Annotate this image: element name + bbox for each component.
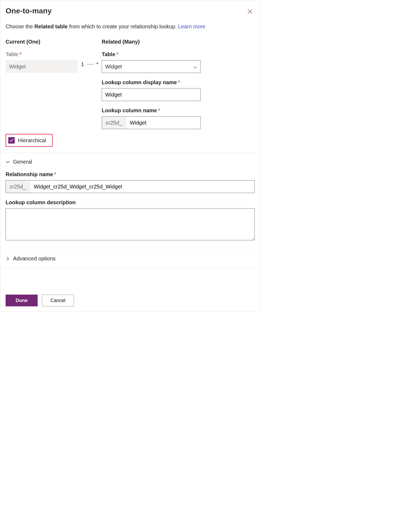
- related-table-label: Table*: [102, 51, 201, 57]
- connector-one: 1: [81, 61, 84, 67]
- relationship-name-prefix: cr25d_: [6, 180, 30, 193]
- required-star: *: [178, 79, 180, 85]
- relationship-name-input[interactable]: [30, 180, 254, 193]
- cardinality-indicator: 1 *: [78, 58, 102, 70]
- lookup-display-input[interactable]: [102, 88, 201, 101]
- required-star: *: [158, 107, 160, 113]
- done-button[interactable]: Done: [6, 295, 38, 306]
- desc-suffix: from which to create your relationship l…: [68, 24, 178, 29]
- related-table-value: Widget: [105, 64, 122, 70]
- lookup-name-prefix: cr25d_: [102, 117, 126, 129]
- related-column: Related (Many) Table* Widget Lookup colu…: [102, 39, 201, 129]
- connector-many: *: [96, 61, 99, 67]
- general-expander[interactable]: General: [6, 159, 32, 165]
- hierarchical-checkbox-row[interactable]: Hierarchical: [6, 134, 53, 147]
- chevron-right-icon: [6, 257, 10, 261]
- chevron-down-icon: [193, 64, 197, 70]
- lookup-desc-textarea[interactable]: [6, 208, 255, 240]
- table-columns-row: Current (One) Table* Widget 1 * Related …: [6, 39, 255, 129]
- current-table-label: Table*: [6, 51, 78, 57]
- relationship-name-input-wrap: cr25d_: [6, 180, 255, 193]
- check-icon: [9, 138, 14, 142]
- related-heading: Related (Many): [102, 39, 201, 45]
- connector-dash-icon: [87, 64, 94, 64]
- desc-bold: Related table: [34, 24, 68, 29]
- lookup-name-input-wrap: cr25d_: [102, 116, 201, 129]
- advanced-expander[interactable]: Advanced options: [6, 256, 56, 262]
- related-table-select[interactable]: Widget: [102, 60, 201, 73]
- hierarchical-label: Hierarchical: [18, 137, 46, 144]
- lookup-desc-label: Lookup column description: [6, 199, 255, 206]
- lookup-name-input[interactable]: [126, 117, 201, 129]
- required-star: *: [116, 51, 119, 57]
- relationship-name-label: Relationship name*: [6, 171, 255, 178]
- panel-description: Choose the Related table from which to c…: [6, 23, 255, 30]
- cancel-button[interactable]: Cancel: [42, 295, 74, 306]
- desc-prefix: Choose the: [6, 24, 34, 29]
- current-column: Current (One) Table* Widget: [6, 39, 78, 73]
- lookup-display-label: Lookup column display name*: [102, 79, 201, 86]
- panel-title: One-to-many: [6, 7, 255, 15]
- current-heading: Current (One): [6, 39, 78, 45]
- close-button[interactable]: [247, 8, 253, 15]
- divider: [0, 249, 260, 250]
- close-icon: [248, 9, 252, 14]
- hierarchical-checkbox[interactable]: [8, 137, 15, 144]
- chevron-down-icon: [6, 161, 10, 163]
- one-to-many-panel: One-to-many Choose the Related table fro…: [0, 0, 260, 312]
- lookup-name-label: Lookup column name*: [102, 107, 201, 114]
- advanced-expander-label: Advanced options: [13, 256, 56, 262]
- current-table-value: Widget: [6, 60, 78, 73]
- divider: [0, 268, 260, 268]
- required-star: *: [19, 51, 22, 57]
- divider: [0, 153, 260, 153]
- footer: Done Cancel: [6, 295, 255, 306]
- general-expander-label: General: [13, 159, 32, 165]
- learn-more-link[interactable]: Learn more: [178, 24, 205, 29]
- required-star: *: [54, 171, 56, 177]
